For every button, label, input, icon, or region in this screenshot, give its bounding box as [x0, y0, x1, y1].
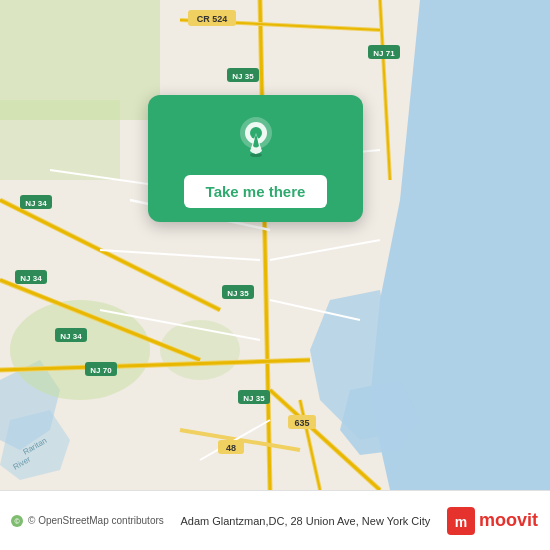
bottom-bar: © © OpenStreetMap contributors Adam Glan… — [0, 490, 550, 550]
svg-text:48: 48 — [226, 443, 236, 453]
osm-credit-text: © OpenStreetMap contributors — [28, 515, 164, 526]
svg-text:635: 635 — [294, 418, 309, 428]
map-container: CR 524 NJ 35 NJ 35 NJ 35 NJ 34 NJ 34 NJ … — [0, 0, 550, 490]
osm-credit: © © OpenStreetMap contributors — [10, 514, 164, 528]
svg-text:NJ 71: NJ 71 — [373, 49, 395, 58]
take-me-there-button[interactable]: Take me there — [184, 175, 328, 208]
moovit-icon: m — [447, 507, 475, 535]
svg-rect-7 — [0, 100, 120, 180]
moovit-brand-text: moovit — [479, 510, 538, 531]
svg-text:NJ 70: NJ 70 — [90, 366, 112, 375]
moovit-logo: m moovit — [447, 507, 538, 535]
svg-text:m: m — [455, 514, 467, 530]
svg-text:NJ 34: NJ 34 — [25, 199, 47, 208]
location-card: Take me there — [148, 95, 363, 222]
svg-text:NJ 35: NJ 35 — [227, 289, 249, 298]
osm-logo-icon: © — [10, 514, 24, 528]
location-pin-icon — [230, 113, 282, 165]
address-text: Adam Glantzman,DC, 28 Union Ave, New Yor… — [164, 515, 447, 527]
svg-text:NJ 35: NJ 35 — [232, 72, 254, 81]
svg-text:CR 524: CR 524 — [197, 14, 228, 24]
svg-text:NJ 34: NJ 34 — [20, 274, 42, 283]
svg-text:NJ 34: NJ 34 — [60, 332, 82, 341]
svg-text:NJ 35: NJ 35 — [243, 394, 265, 403]
svg-text:©: © — [14, 518, 20, 525]
